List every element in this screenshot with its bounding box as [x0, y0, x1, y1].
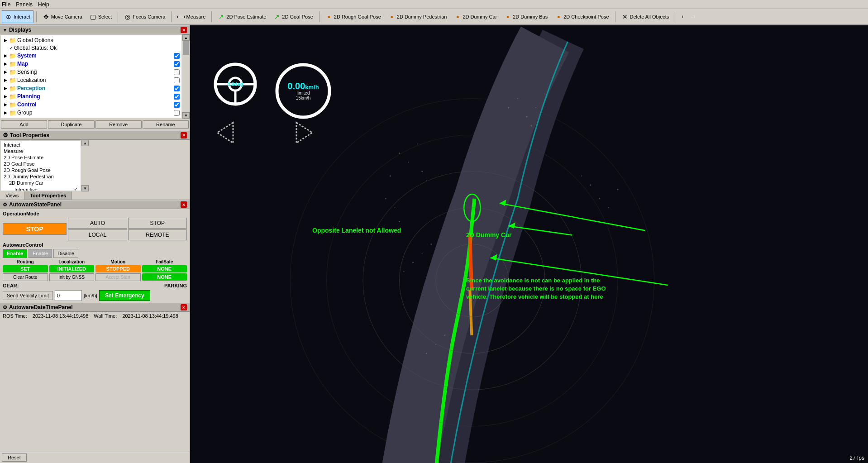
speed-limited-label: limited: [287, 91, 319, 95]
duplicate-display-btn[interactable]: Duplicate: [48, 120, 94, 129]
remote-btn[interactable]: REMOTE: [128, 229, 187, 240]
tree-item-planning[interactable]: ▶ 📁 Planning: [2, 92, 181, 100]
2d-dummy-car-tool[interactable]: ● 2D Dummy Car: [451, 10, 500, 23]
svg-point-17: [421, 171, 423, 172]
check-control[interactable]: [174, 102, 180, 108]
2d-pose-estimate-label: 2D Pose Estimate: [226, 14, 266, 19]
datetime-content: ROS Time: 2023-11-08 13:44:19.498 Wall T…: [0, 312, 190, 320]
2d-goal-pose-icon: ↗: [273, 13, 281, 20]
tree-item-localization[interactable]: ▶ 📁 Localization: [2, 76, 181, 84]
viewport[interactable]: 0.0deg 0.00km/h limited 15km/h: [190, 25, 868, 463]
interact-tool[interactable]: ⊕ Interact: [2, 10, 33, 23]
prop-2d-goal[interactable]: 2D Goal Pose: [2, 161, 80, 167]
2d-pose-estimate-icon: ↗: [218, 13, 225, 20]
tool-props-close-btn[interactable]: ✕: [181, 132, 187, 138]
measure-tool[interactable]: ⟷ Measure: [174, 10, 209, 23]
tool-props-scroll-up[interactable]: ▲: [81, 140, 89, 146]
zoom-in-btn[interactable]: +: [678, 10, 687, 23]
scrollbar-down[interactable]: ▼: [182, 112, 190, 119]
check-localization[interactable]: [174, 77, 180, 83]
menu-panels[interactable]: Panels: [16, 1, 33, 8]
tab-views[interactable]: Views: [0, 191, 24, 200]
delete-all-objects-tool[interactable]: ✕ Delete All Objects: [618, 10, 672, 23]
autoware-state-close-btn[interactable]: ✕: [181, 201, 187, 208]
annotation-2d-dummy-car: 2D Dummy Car: [466, 231, 511, 239]
datetime-close-btn[interactable]: ✕: [181, 304, 187, 310]
zoom-out-btn[interactable]: −: [688, 10, 697, 23]
displays-close-btn[interactable]: ✕: [181, 27, 187, 33]
clear-route-btn[interactable]: Clear Route: [3, 273, 48, 281]
localization-status: INITIALIZED: [49, 265, 95, 272]
scrollbar-up[interactable]: ▲: [182, 34, 190, 41]
tree-item-perception[interactable]: ▶ 📁 Perception: [2, 84, 181, 92]
check-group[interactable]: [174, 110, 180, 116]
focus-camera-tool[interactable]: ◎ Focus Camera: [121, 10, 168, 23]
svg-point-39: [581, 176, 582, 177]
op-mode-local-remote: LOCAL REMOTE: [68, 229, 187, 240]
menu-help[interactable]: Help: [38, 1, 49, 8]
local-btn[interactable]: LOCAL: [68, 229, 127, 240]
2d-goal-pose-tool[interactable]: ↗ 2D Goal Pose: [270, 10, 316, 23]
disable-btn[interactable]: Disable: [53, 249, 78, 258]
move-camera-tool[interactable]: ✥ Move Camera: [39, 10, 86, 23]
enable-btn2[interactable]: Enable: [29, 249, 52, 258]
rename-display-btn[interactable]: Rename: [143, 120, 189, 129]
check-sensing[interactable]: [174, 69, 180, 75]
folder-icon-planning: 📁: [9, 93, 16, 100]
reset-btn[interactable]: Reset: [2, 453, 27, 462]
send-velocity-btn[interactable]: Send Velocity Limit: [3, 291, 53, 300]
tree-item-global-status[interactable]: ✓ Global Status: Ok: [2, 44, 181, 52]
state-content: OperationMode STOP AUTO STOP LOCAL REMOT…: [0, 209, 190, 303]
svg-point-25: [535, 107, 536, 108]
toolbar-sep-6: [615, 11, 615, 22]
2d-checkpoint-pose-tool[interactable]: ● 2D Checkpoint Pose: [552, 10, 612, 23]
delete-all-objects-label: Delete All Objects: [630, 14, 669, 19]
2d-pose-estimate-tool[interactable]: ↗ 2D Pose Estimate: [215, 10, 269, 23]
stop2-btn[interactable]: STOP: [128, 218, 187, 229]
prop-interact[interactable]: Interact: [2, 142, 80, 148]
annotation-opposite-lanelet: Opposite Lanelet not Allowed: [312, 227, 401, 234]
set-emergency-btn[interactable]: Set Emergency: [99, 290, 150, 301]
2d-dummy-bus-tool[interactable]: ● 2D Dummy Bus: [501, 10, 551, 23]
svg-point-31: [404, 271, 405, 272]
remove-display-btn[interactable]: Remove: [95, 120, 142, 129]
2d-rough-goal-pose-tool[interactable]: ● 2D Rough Goal Pose: [322, 10, 384, 23]
tree-item-global-options[interactable]: ▶ 📁 Global Options: [2, 36, 181, 44]
control-row: Enable Enable Disable: [3, 249, 187, 258]
check-system[interactable]: [174, 53, 180, 59]
prop-2d-pose[interactable]: 2D Pose Estimate: [2, 154, 80, 161]
select-tool[interactable]: ▢ Select: [86, 10, 115, 23]
routing-label: Routing: [17, 259, 34, 264]
check-planning[interactable]: [174, 94, 180, 100]
check-perception[interactable]: [174, 86, 180, 91]
tool-props-scroll-down[interactable]: ▼: [81, 185, 89, 191]
prop-measure[interactable]: Measure: [2, 148, 80, 154]
velocity-input[interactable]: 0: [55, 290, 82, 301]
2d-dummy-pedestrian-tool[interactable]: ● 2D Dummy Pedestrian: [385, 10, 450, 23]
tree-item-map[interactable]: ▶ 📁 Map: [2, 60, 181, 68]
tab-tool-properties[interactable]: Tool Properties: [24, 191, 72, 200]
label-group: Group: [17, 110, 32, 116]
tree-item-group[interactable]: ▶ 📁 Group: [2, 109, 181, 117]
prop-2d-dummy-ped[interactable]: 2D Dummy Pedestrian: [2, 173, 80, 180]
auto-btn[interactable]: AUTO: [68, 218, 127, 229]
enable-btn1[interactable]: Enable: [3, 249, 27, 258]
svg-point-24: [526, 116, 527, 117]
tree-item-control[interactable]: ▶ 📁 Control: [2, 100, 181, 109]
prop-2d-rough[interactable]: 2D Rough Goal Pose: [2, 167, 80, 173]
tree-item-sensing[interactable]: ▶ 📁 Sensing: [2, 68, 181, 76]
displays-collapse-icon[interactable]: ▼: [3, 28, 7, 33]
localization-col: Localization INITIALIZED Init by GNSS: [49, 259, 95, 281]
add-display-btn[interactable]: Add: [1, 120, 47, 129]
prop-2d-dummy-car[interactable]: 2D Dummy Car: [2, 180, 80, 186]
check-map[interactable]: [174, 61, 180, 67]
autoware-icon-2: ●: [388, 13, 396, 20]
svg-point-19: [385, 198, 386, 199]
scrollbar-thumb[interactable]: [183, 41, 189, 55]
accept-start-btn[interactable]: Accept Start: [95, 273, 141, 281]
menu-file[interactable]: File: [2, 1, 10, 8]
init-gnss-btn[interactable]: Init by GNSS: [49, 273, 95, 281]
folder-icon-global-options: 📁: [9, 37, 16, 44]
tree-item-system[interactable]: ▶ 📁 System: [2, 52, 181, 60]
stop-btn[interactable]: STOP: [3, 223, 67, 235]
